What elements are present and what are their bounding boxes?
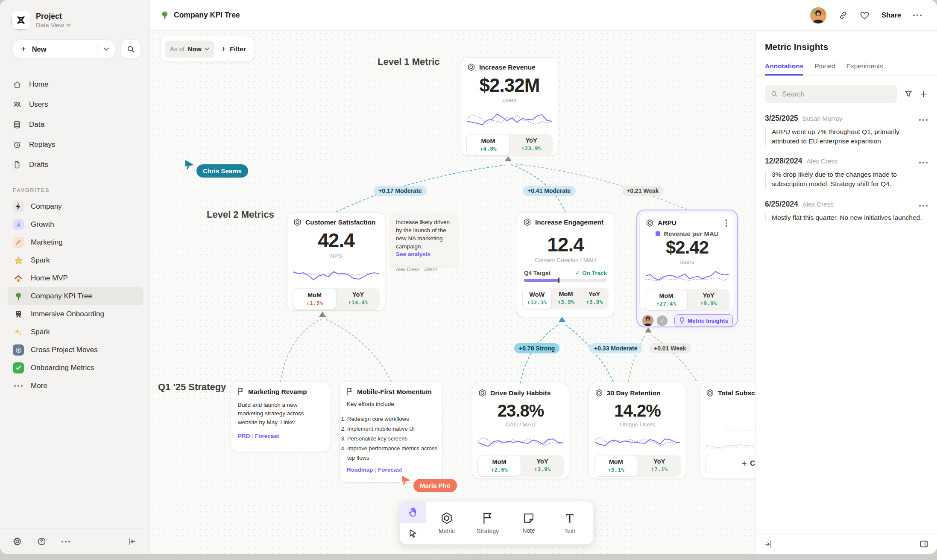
add-filter-button[interactable]: + Filter [221, 44, 246, 54]
as-of-dropdown[interactable]: As of Now [165, 41, 214, 58]
stat-wow[interactable]: WoW↑12.3% [522, 288, 552, 309]
series-legend: Revenue per MAU [640, 230, 735, 237]
roadmap-link[interactable]: Roadmap [347, 467, 373, 473]
favorite-company-kpi-tree[interactable]: Company KPI Tree [8, 287, 143, 305]
kpi-tree-canvas[interactable]: As of Now + Filter Level 1 Metric Level … [150, 31, 755, 554]
share-button[interactable]: Share [881, 11, 901, 19]
level2-label: Level 2 Metrics [207, 209, 274, 220]
favorite-heart-icon[interactable] [860, 11, 870, 20]
stat-mom[interactable]: MoM↑2.6% [477, 455, 521, 477]
annotation-menu-icon[interactable] [919, 119, 928, 121]
annotation-item[interactable]: 12/28/2024 Alex Cress 3% drop likely due… [755, 146, 937, 188]
correlation-pill[interactable]: +0.17 Moderate [374, 186, 427, 196]
database-icon [13, 120, 21, 129]
correlation-pill[interactable]: +0.41 Moderate [523, 186, 576, 196]
tool-strategy[interactable]: Strategy [467, 502, 508, 544]
sidebar-item-data[interactable]: Data [13, 114, 143, 134]
annotator-avatar[interactable] [642, 315, 653, 326]
chevron-down-icon[interactable] [104, 47, 109, 51]
pan-hand-tool[interactable] [400, 502, 426, 523]
stat-mom[interactable]: MoM↓1.3% [293, 288, 337, 310]
stat-yoy[interactable]: YoY↑23.9% [510, 134, 553, 156]
favorite-cross-project-moves[interactable]: Cross Project Moves [8, 341, 143, 359]
forecast-link[interactable]: Forecast [255, 433, 279, 439]
stat-yoy[interactable]: YoY↑3.9% [580, 288, 609, 309]
prd-link[interactable]: PRD [238, 433, 250, 439]
filter-funnel-icon[interactable] [904, 90, 913, 98]
metric-card-increase-revenue[interactable]: Increase Revenue $2.32M users MoM↑4.8% Y… [461, 57, 558, 156]
metric-card-30-day-retention[interactable]: 30 Day Retention 14.2% Unique Users MoM↑… [589, 383, 686, 479]
annotation-menu-icon[interactable] [919, 162, 928, 163]
tool-note[interactable]: Note [508, 502, 549, 544]
tool-metric[interactable]: Metric [426, 502, 467, 544]
stat-mom[interactable]: MoM↑4.8% [466, 134, 510, 156]
strategy-card-mobile-first-momentum[interactable]: Mobile-First Momentum Key efforts includ… [340, 382, 442, 483]
sidebar-item-replays[interactable]: Replays [13, 134, 143, 155]
stat-yoy[interactable]: YoY↑3.9% [521, 455, 564, 477]
legend-swatch [656, 231, 660, 236]
stat-mom[interactable]: MoM↑3.1% [594, 455, 638, 477]
metric-card-arpu[interactable]: ARPU Revenue per MAU $2.42 users MoM↑27.… [639, 213, 735, 310]
sidebar-item-users[interactable]: Users [13, 94, 143, 114]
data-view-dropdown[interactable]: Data View [36, 22, 71, 29]
favorite-marketing[interactable]: Marketing [8, 233, 143, 251]
annotation-menu-icon[interactable] [919, 205, 928, 207]
collapse-sidebar-icon[interactable] [128, 538, 137, 545]
correlation-pill[interactable]: +0.21 Weak [622, 186, 664, 196]
select-cursor-tool[interactable] [400, 523, 426, 544]
metric-card-arpu-selected[interactable]: ARPU Revenue per MAU $2.42 users MoM↑27.… [636, 210, 738, 327]
tab-annotations[interactable]: Annotations [765, 62, 803, 75]
stat-yoy[interactable]: YoY↑9.9% [688, 289, 729, 311]
topbar-more-icon[interactable] [913, 15, 922, 16]
tree-icon [13, 291, 24, 302]
project-switcher[interactable]: Project Data View [0, 0, 149, 31]
favorite-spark-2[interactable]: Spark [8, 323, 143, 341]
tab-experiments[interactable]: Experiments [846, 62, 883, 75]
annotation-item[interactable]: 6/25/2024 Alex Cress Mostly flat this qu… [755, 189, 937, 222]
annotation-search[interactable] [765, 85, 897, 103]
stat-mom[interactable]: MoM↑27.4% [645, 289, 688, 311]
forecast-link[interactable]: Forecast [378, 467, 402, 473]
correlation-pill[interactable]: +0.78 Strong [514, 343, 559, 353]
split-view-icon[interactable] [919, 540, 928, 548]
annotation-item[interactable]: 3/25/2025 Susan Murray ARPU went up 7% t… [755, 103, 937, 146]
favorite-onboarding-metrics[interactable]: Onboarding Metrics [8, 359, 143, 377]
copy-link-icon[interactable] [838, 11, 848, 20]
settings-gear-icon[interactable] [13, 537, 22, 546]
metric-card-total-subscriptions[interactable]: Total Subscriptions + Connect [700, 383, 755, 479]
metric-card-customer-satisfaction[interactable]: Customer Satisfaction 42.4 NPS MoM↓1.3% … [287, 212, 385, 311]
search-input[interactable] [782, 90, 891, 98]
stat-yoy[interactable]: YoY↑14.4% [337, 288, 380, 310]
tool-text[interactable]: T Text [549, 502, 590, 544]
stat-mom[interactable]: MoM↑3.9% [552, 288, 580, 309]
tab-pinned[interactable]: Pinned [814, 62, 835, 75]
tree-icon [161, 11, 169, 20]
help-icon[interactable] [37, 537, 46, 546]
sidebar-more-button[interactable]: More [8, 377, 143, 395]
correlation-pill[interactable]: +0.01 Weak [649, 343, 691, 353]
more-options-icon[interactable] [61, 541, 70, 542]
metric-card-drive-daily-habbits[interactable]: Drive Daily Habbits 23.8% DAU / MAU MoM↑… [472, 383, 569, 479]
favorite-company[interactable]: Company [8, 198, 143, 216]
favorite-home-mvp[interactable]: Home MVP [8, 269, 143, 287]
connect-data-button[interactable]: + Connect [705, 454, 755, 473]
favorite-immersive-onboarding[interactable]: Immersive Onboarding [8, 305, 143, 323]
metric-insights-button[interactable]: Metric Insights [674, 314, 733, 327]
sidebar-search-button[interactable] [120, 39, 141, 59]
add-annotation-icon[interactable] [919, 90, 928, 98]
favorite-growth[interactable]: Growth [8, 216, 143, 233]
metric-card-increase-engagement[interactable]: Increase Engagement 12.4 Content Creatio… [517, 212, 614, 317]
card-menu-icon[interactable] [724, 219, 729, 228]
favorite-spark[interactable]: Spark [8, 251, 143, 269]
see-analysis-link[interactable]: See analysis [396, 251, 452, 257]
strategy-card-marketing-revamp[interactable]: Marketing Revamp Build and launch a new … [231, 382, 330, 452]
correlation-pill[interactable]: +0.33 Moderate [589, 343, 642, 353]
sidebar-item-drafts[interactable]: Drafts [13, 155, 143, 175]
analysis-note[interactable]: Increase likely driven by the launch of … [390, 213, 458, 266]
user-avatar[interactable] [810, 7, 826, 23]
new-button[interactable]: + New [12, 39, 116, 59]
cursor-name-label: Maria Pho [413, 479, 457, 492]
stat-yoy[interactable]: YoY↑7.1% [638, 455, 681, 477]
collapse-panel-icon[interactable] [764, 540, 773, 548]
sidebar-item-home[interactable]: Home [13, 74, 143, 94]
